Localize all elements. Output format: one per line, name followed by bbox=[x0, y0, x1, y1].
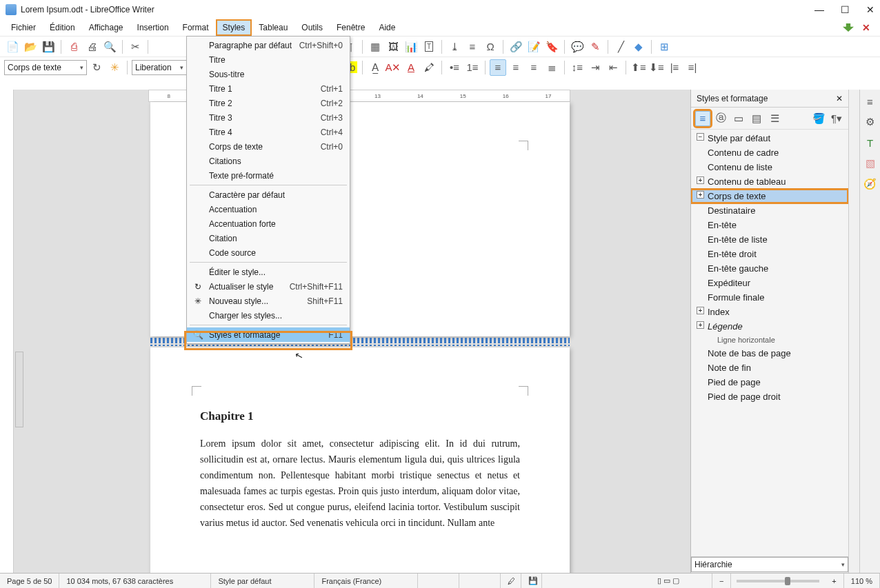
download-icon[interactable] bbox=[843, 23, 854, 32]
track-changes-icon[interactable]: ✎ bbox=[587, 39, 603, 55]
style-item-index[interactable]: +Index bbox=[691, 305, 848, 319]
style-item-style-par-d-faut[interactable]: −Style par défaut bbox=[691, 131, 848, 145]
status-style[interactable]: Style par défaut bbox=[211, 574, 314, 588]
cut-icon[interactable]: ✂ bbox=[127, 39, 143, 55]
textbox-icon[interactable]: T bbox=[421, 39, 437, 55]
status-insert-mode[interactable] bbox=[418, 574, 459, 588]
style-item-pied-de-page[interactable]: Pied de page bbox=[691, 375, 848, 389]
preview-icon[interactable]: 🔍 bbox=[101, 39, 118, 55]
menu-item-caract-re-par-d-faut[interactable]: Caractère par défaut bbox=[187, 187, 350, 202]
menu-item-citation[interactable]: Citation bbox=[187, 231, 350, 245]
sidebar-scrollbar[interactable] bbox=[848, 90, 859, 573]
menu-tableau[interactable]: Tableau bbox=[252, 19, 294, 36]
new-style-from-sel-icon[interactable]: ¶▾ bbox=[829, 111, 844, 126]
minimize-button[interactable]: — bbox=[814, 4, 824, 15]
menu-item-charger-les-styles-[interactable]: Charger les styles... bbox=[187, 308, 350, 323]
menu-item-code-source[interactable]: Code source bbox=[187, 245, 350, 260]
status-save-icon[interactable]: 💾 bbox=[521, 574, 542, 588]
indent-right-icon[interactable]: ≡| bbox=[684, 59, 701, 76]
menu-item-accentuation-forte[interactable]: Accentuation forte bbox=[187, 216, 350, 231]
style-item-en-t-te[interactable]: En-tête bbox=[691, 218, 848, 232]
style-item-contenu-de-tableau[interactable]: +Contenu de tableau bbox=[691, 174, 848, 189]
align-justify-icon[interactable]: ≣ bbox=[543, 59, 560, 76]
menu-item-titre[interactable]: Titre bbox=[187, 52, 350, 67]
vertical-ruler[interactable] bbox=[0, 90, 14, 573]
menu-item-texte-pr-format-[interactable]: Texte pré-formaté bbox=[187, 168, 350, 183]
menu-item-titre-3[interactable]: Titre 3Ctrl+3 bbox=[187, 110, 350, 125]
menu-item-titre-4[interactable]: Titre 4Ctrl+4 bbox=[187, 125, 350, 139]
update-style-icon[interactable]: ↻ bbox=[88, 59, 105, 76]
bullets-icon[interactable]: •≡ bbox=[446, 59, 463, 76]
menu-item-sous-titre[interactable]: Sous-titre bbox=[187, 67, 350, 81]
align-left-icon[interactable]: ≡ bbox=[490, 59, 506, 76]
menu-fenetre[interactable]: Fenêtre bbox=[330, 19, 372, 36]
menu-format[interactable]: Format bbox=[176, 19, 216, 36]
char-style-icon[interactable]: A̲ bbox=[367, 59, 383, 76]
table-icon[interactable]: ▦ bbox=[367, 39, 383, 55]
menu-outils[interactable]: Outils bbox=[294, 19, 330, 36]
zoom-slider[interactable] bbox=[737, 580, 819, 582]
dock-gallery-icon[interactable]: ▧ bbox=[863, 156, 878, 171]
menu-insertion[interactable]: Insertion bbox=[130, 19, 176, 36]
status-signature-icon[interactable]: 🖊 bbox=[501, 574, 521, 588]
style-item-note-de-bas-de-page[interactable]: Note de bas de page bbox=[691, 346, 848, 361]
menu-item-paragraphe-par-d-faut[interactable]: Paragraphe par défautCtrl+Shift+0 bbox=[187, 38, 350, 52]
menu-item-actualiser-le-style[interactable]: ↻Actualiser le styleCtrl+Shift+F11 bbox=[187, 279, 350, 294]
menu-item-corps-de-texte[interactable]: Corps de texteCtrl+0 bbox=[187, 139, 350, 154]
status-zoom[interactable]: 110 % bbox=[844, 574, 880, 588]
save-icon[interactable]: 💾 bbox=[40, 39, 57, 55]
clear-format-icon[interactable]: A✕ bbox=[385, 59, 401, 76]
menu-aide[interactable]: Aide bbox=[372, 19, 402, 36]
status-page[interactable]: Page 5 de 50 bbox=[0, 574, 59, 588]
image-icon[interactable]: 🖼 bbox=[385, 39, 401, 55]
heading[interactable]: Chapitre 1 bbox=[200, 409, 520, 423]
dock-navigator-icon[interactable]: 🧭 bbox=[863, 176, 878, 192]
frame-styles-icon[interactable]: ▭ bbox=[731, 111, 746, 126]
dock-styles-icon[interactable]: T bbox=[863, 135, 878, 150]
menu-item-accentuation[interactable]: Accentuation bbox=[187, 202, 350, 216]
page-styles-icon[interactable]: ▤ bbox=[749, 111, 764, 126]
style-item-contenu-de-liste[interactable]: Contenu de liste bbox=[691, 160, 848, 174]
para-above-icon[interactable]: ⬆≡ bbox=[630, 59, 647, 76]
paragraph-style-combo[interactable]: Corps de texte bbox=[4, 60, 87, 75]
style-tree[interactable]: −Style par défautContenu de cadreContenu… bbox=[691, 130, 848, 556]
menu-item-nouveau-style-[interactable]: ✳Nouveau style...Shift+F11 bbox=[187, 294, 350, 308]
status-zoom-in[interactable]: + bbox=[825, 574, 843, 588]
tree-expand-icon[interactable]: + bbox=[697, 321, 704, 329]
line-icon[interactable]: ╱ bbox=[612, 39, 629, 55]
bookmark-icon[interactable]: 🔖 bbox=[543, 39, 560, 55]
align-center-icon[interactable]: ≡ bbox=[508, 59, 524, 76]
paragraph-styles-icon[interactable]: ≡ bbox=[695, 111, 710, 126]
increase-indent-icon[interactable]: ⇥ bbox=[587, 59, 603, 76]
page-break-icon[interactable]: ⤓ bbox=[446, 39, 463, 55]
tree-expand-icon[interactable]: + bbox=[697, 307, 704, 314]
numbering-icon[interactable]: 1≡ bbox=[464, 59, 481, 76]
indent-left-icon[interactable]: |≡ bbox=[666, 59, 683, 76]
status-lang[interactable]: Français (France) bbox=[314, 574, 418, 588]
v-scroll-fragment[interactable] bbox=[15, 352, 23, 427]
style-item-destinataire[interactable]: Destinataire bbox=[691, 203, 848, 218]
pdf-export-icon[interactable]: ⎙ bbox=[66, 39, 82, 55]
align-right-icon[interactable]: ≡ bbox=[526, 59, 542, 76]
field-icon[interactable]: ≡ bbox=[464, 39, 481, 55]
hyperlink-icon[interactable]: 🔗 bbox=[508, 39, 524, 55]
menu-edition[interactable]: Édition bbox=[43, 19, 82, 36]
character-styles-icon[interactable]: ⓐ bbox=[713, 111, 728, 126]
line-spacing-icon[interactable]: ↕≡ bbox=[569, 59, 586, 76]
highlighting-icon[interactable]: 🖍 bbox=[421, 59, 437, 76]
style-item-en-t-te-de-liste[interactable]: En-tête de liste bbox=[691, 232, 848, 247]
comment-icon[interactable]: 💬 bbox=[569, 39, 586, 55]
fill-format-icon[interactable]: 🪣 bbox=[811, 111, 826, 126]
status-words[interactable]: 10 034 mots, 67 638 caractères bbox=[59, 574, 211, 588]
style-item-en-t-te-gauche[interactable]: En-tête gauche bbox=[691, 261, 848, 276]
font-color-icon[interactable]: A bbox=[403, 59, 419, 76]
style-item-exp-diteur[interactable]: Expéditeur bbox=[691, 276, 848, 290]
print-icon[interactable]: 🖨 bbox=[83, 39, 100, 55]
style-item-note-de-fin[interactable]: Note de fin bbox=[691, 361, 848, 375]
style-item-contenu-de-cadre[interactable]: Contenu de cadre bbox=[691, 145, 848, 160]
footnote-icon[interactable]: 📝 bbox=[526, 39, 542, 55]
menu-item-titre-2[interactable]: Titre 2Ctrl+2 bbox=[187, 96, 350, 110]
close-doc-icon[interactable]: ✕ bbox=[862, 22, 870, 33]
dock-properties-icon[interactable]: ⚙ bbox=[863, 114, 878, 130]
status-sel-mode[interactable] bbox=[459, 574, 501, 588]
